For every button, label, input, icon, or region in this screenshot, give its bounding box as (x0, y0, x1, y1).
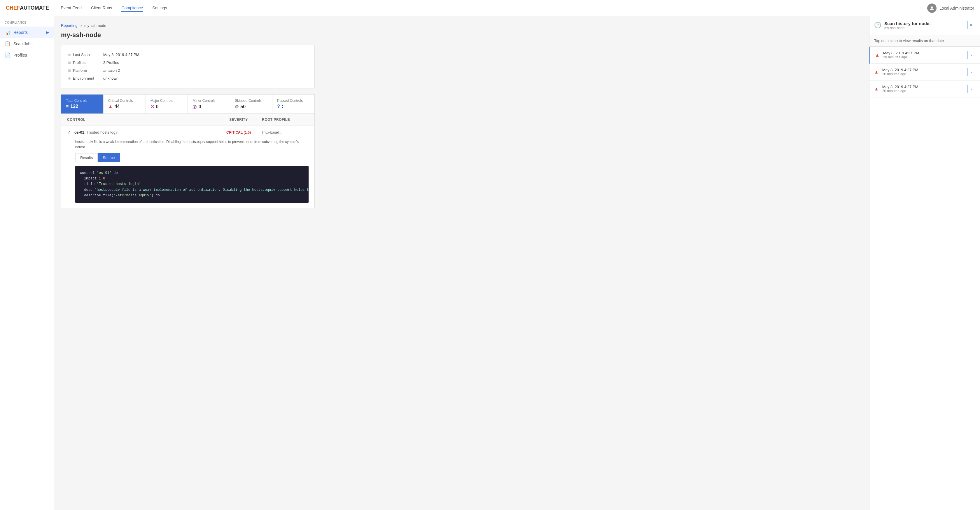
control-severity: CRITICAL (1.0) (215, 131, 262, 134)
profiles-icon: 📄 (5, 52, 11, 58)
dot-icon (68, 54, 71, 56)
controls-tabs-row: Total Controls ≡ 122 Critical Controls ▲… (61, 94, 315, 114)
info-row-platform: Platform amazon 2 (68, 67, 307, 74)
right-panel-title: Scan history for node: (885, 21, 931, 26)
col-header-severity: Severity (215, 118, 262, 122)
sidebar-item-scan-jobs[interactable]: 📋 Scan Jobs (0, 38, 54, 49)
tab-total-title: Total Controls (66, 99, 99, 103)
user-name: Local Administrator (939, 6, 974, 11)
scan-history-item[interactable]: ▲ May 8, 2019 4:27 PM 20 minutes ago › (869, 64, 980, 81)
scan-select-button[interactable]: › (967, 85, 975, 93)
nav-right: Local Administrator (927, 3, 974, 13)
breadcrumb-reporting-link[interactable]: Reporting (61, 23, 77, 28)
scan-date: May 8, 2019 4:27 PM (883, 51, 920, 55)
sidebar-item-reports[interactable]: 📊 Reports ▶ (0, 27, 54, 38)
code-line: title 'Trusted hosts login' (80, 182, 304, 187)
info-label-profiles: Profiles (68, 61, 103, 65)
tab-total-controls[interactable]: Total Controls ≡ 122 (61, 94, 103, 114)
info-value-platform: amazon 2 (103, 68, 120, 73)
reports-icon: 📊 (5, 29, 11, 35)
right-panel-header: 🕐 Scan history for node: my-ssh-node ✕ (869, 16, 980, 35)
scan-ago: 20 minutes ago (882, 72, 918, 76)
tab-skipped-controls[interactable]: Skipped Controls ⊘ 50 (230, 94, 272, 114)
scan-jobs-icon: 📋 (5, 41, 11, 46)
col-header-profile: Root Profile (262, 118, 309, 122)
scan-date: May 8, 2019 4:27 PM (882, 68, 918, 72)
check-icon: ✓ (67, 129, 71, 135)
square-icon (68, 62, 71, 64)
info-value-environment: unknown (103, 76, 118, 81)
table-row: ✓ os-01: Trusted hosts login CRITICAL (1… (61, 126, 314, 208)
right-panel-subtitle: my-ssh-node (885, 26, 931, 30)
tab-critical-controls[interactable]: Critical Controls ▲ 44 (103, 94, 146, 114)
scan-select-button[interactable]: › (967, 68, 975, 76)
nav-compliance[interactable]: Compliance (121, 4, 143, 12)
scan-ago: 20 minutes ago (883, 55, 920, 59)
tab-major-controls[interactable]: Major Controls ✕ 0 (146, 94, 188, 114)
code-block: control 'os-01' do impact 1.0 title 'Tru… (75, 166, 309, 203)
nav-links: Event Feed Client Runs Compliance Settin… (60, 4, 927, 12)
info-row-last-scan: Last Scan May 8, 2019 4:27 PM (68, 51, 307, 59)
code-line: describe file('/etc/hosts.equiv') do (80, 193, 304, 198)
scan-history-item[interactable]: ▲ May 8, 2019 4:27 PM 20 minutes ago › (869, 81, 980, 97)
tab-critical-value: ▲ 44 (108, 104, 141, 109)
top-nav: CHEFAUTOMATE Event Feed Client Runs Comp… (0, 0, 980, 16)
tab-passed-title: Passed Controls (277, 99, 310, 103)
scan-ago: 20 minutes ago (882, 89, 918, 93)
tab-minor-controls[interactable]: Minor Controls ◎ 0 (188, 94, 230, 114)
dot-icon (68, 77, 71, 80)
breadcrumb: Reporting > my-ssh-node (61, 23, 862, 28)
breadcrumb-current: my-ssh-node (84, 23, 106, 28)
breadcrumb-separator: > (80, 23, 82, 28)
info-value-last-scan: May 8, 2019 4:27 PM (103, 53, 139, 57)
tab-major-value: ✕ 0 (151, 104, 183, 109)
sidebar: COMPLIANCE 📊 Reports ▶ 📋 Scan Jobs 📄 Pro… (0, 16, 54, 510)
total-icon: ≡ (66, 104, 68, 109)
close-panel-button[interactable]: ✕ (967, 21, 975, 29)
control-description: hosts.equiv file is a weak implemenation… (75, 139, 309, 150)
tab-skipped-value: ⊘ 50 (235, 104, 267, 109)
minor-icon: ◎ (192, 104, 197, 109)
lines-icon (68, 69, 71, 72)
info-row-profiles: Profiles 2 Profiles (68, 59, 307, 67)
control-title: Trusted hosts login (87, 130, 118, 134)
passed-icon: ? (277, 104, 280, 109)
sidebar-item-profiles[interactable]: 📄 Profiles (0, 49, 54, 61)
right-panel: 🕐 Scan history for node: my-ssh-node ✕ T… (869, 16, 980, 510)
control-body: hosts.equiv file is a weak implemenation… (61, 139, 314, 208)
control-name: os-01: Trusted hosts login (75, 130, 215, 134)
col-header-control: Control (67, 118, 215, 122)
scan-history-item[interactable]: ▲ May 8, 2019 4:27 PM 20 minutes ago › (869, 47, 980, 64)
sidebar-item-reports-label: Reports (13, 30, 28, 35)
sidebar-item-profiles-label: Profiles (13, 53, 27, 57)
sidebar-section-label: COMPLIANCE (0, 21, 54, 27)
info-value-profiles: 2 Profiles (103, 61, 119, 65)
code-line: impact 1.0 (80, 176, 304, 182)
tab-passed-controls[interactable]: Passed Controls ? : (272, 94, 315, 114)
scan-date: May 8, 2019 4:27 PM (882, 84, 918, 89)
nav-settings[interactable]: Settings (152, 4, 167, 12)
nav-client-runs[interactable]: Client Runs (91, 4, 112, 12)
tab-total-value: ≡ 122 (66, 104, 99, 109)
tab-minor-value: ◎ 0 (192, 104, 225, 109)
nav-event-feed[interactable]: Event Feed (60, 4, 82, 12)
main-content: Reporting > my-ssh-node my-ssh-node Last… (54, 16, 869, 510)
table-header: Control Severity Root Profile (61, 114, 314, 126)
info-row-environment: Environment unknown (68, 74, 307, 82)
warning-icon: ▲ (875, 53, 880, 58)
warning-icon: ▲ (874, 69, 879, 75)
avatar (927, 3, 937, 13)
app-logo: CHEFAUTOMATE (6, 5, 49, 11)
tab-source[interactable]: Source (98, 153, 119, 162)
scan-select-button[interactable]: › (967, 51, 975, 59)
controls-table: Control Severity Root Profile ✓ os-01: T… (61, 114, 315, 208)
warning-icon: ▲ (874, 86, 879, 92)
control-main-row[interactable]: ✓ os-01: Trusted hosts login CRITICAL (1… (61, 126, 314, 139)
critical-icon: ▲ (108, 104, 113, 109)
control-id: os-01: (75, 130, 86, 134)
info-label-environment: Environment (68, 76, 103, 81)
tab-results[interactable]: Results (75, 153, 98, 162)
tab-critical-title: Critical Controls (108, 99, 141, 103)
info-card: Last Scan May 8, 2019 4:27 PM Profiles 2… (61, 45, 315, 88)
code-line: desc "hosts.equiv file is a weak impleme… (80, 187, 304, 193)
